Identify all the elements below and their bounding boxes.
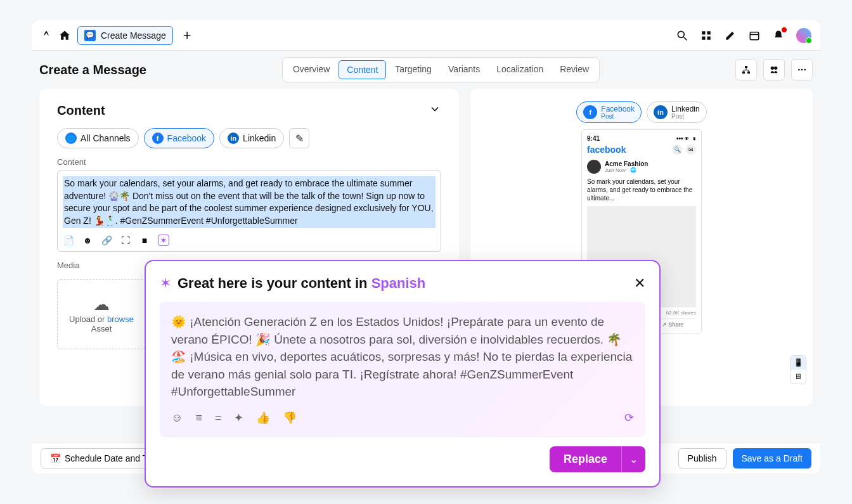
browse-link[interactable]: browse — [107, 314, 134, 324]
facebook-brand: facebook — [587, 145, 626, 155]
desktop-view-button[interactable]: 🖥 — [791, 370, 806, 384]
channel-linkedin-label: Linkedin — [243, 133, 276, 143]
hierarchy-icon[interactable] — [735, 59, 757, 81]
close-icon[interactable]: ✕ — [634, 275, 645, 292]
panel-title: Content — [57, 103, 105, 118]
thumbs-down-icon[interactable]: 👎 — [283, 410, 297, 426]
notifications-icon[interactable] — [772, 29, 785, 42]
linkedin-icon: in — [654, 105, 668, 119]
ai-language: Spanish — [371, 275, 426, 291]
fb-messenger-icon: ✉ — [686, 145, 696, 155]
svg-rect-6 — [750, 32, 759, 39]
preview-tab-linkedin[interactable]: in LinkedinPost — [647, 101, 707, 123]
replace-dropdown-button[interactable]: ⌄ — [621, 446, 645, 472]
channel-linkedin[interactable]: in Linkedin — [219, 128, 284, 148]
channel-all-label: All Channels — [81, 133, 131, 143]
svg-point-18 — [801, 69, 803, 71]
sparkle-icon: ✶ — [160, 275, 171, 292]
sparkle-tool-icon[interactable]: ✦ — [234, 410, 243, 426]
svg-point-17 — [798, 69, 800, 71]
svg-rect-10 — [747, 72, 750, 74]
video-icon[interactable]: ■ — [139, 235, 150, 246]
channel-all[interactable]: 🌐 All Channels — [57, 128, 139, 148]
emoji-tool-icon[interactable]: ☺ — [171, 410, 183, 426]
svg-point-15 — [771, 67, 774, 70]
align-tool-icon[interactable]: ≡ — [195, 410, 202, 426]
svg-line-1 — [684, 37, 687, 40]
phone-statusbar: 9:41••• ᯤ ▮ — [587, 135, 696, 142]
tab-targeting[interactable]: Targeting — [387, 60, 439, 79]
content-editor[interactable]: So mark your calendars, set your alarms,… — [57, 171, 441, 252]
top-bar: 💬 Create Message + — [32, 20, 820, 51]
compose-icon[interactable] — [724, 29, 737, 42]
schedule-button[interactable]: 📅 Schedule Date and Ti — [41, 448, 159, 468]
svg-rect-4 — [702, 36, 705, 39]
publish-button[interactable]: Publish — [678, 448, 726, 468]
svg-rect-3 — [707, 31, 711, 34]
mobile-view-button[interactable]: 📱 — [791, 356, 806, 370]
svg-rect-9 — [742, 72, 745, 74]
post-time: Just Now · 🌐 — [605, 167, 648, 173]
refresh-icon[interactable]: ⟳ — [624, 410, 634, 426]
device-toggle: 📱 🖥 — [790, 355, 806, 384]
svg-point-19 — [804, 69, 806, 71]
preview-tab-facebook[interactable]: f FacebookPost — [576, 101, 642, 123]
search-icon[interactable] — [676, 29, 688, 42]
ai-translation-modal: ✶ Great here is your content in Spanish … — [145, 260, 661, 488]
replace-button[interactable]: Replace — [550, 446, 621, 472]
tab-localization[interactable]: Localization — [489, 60, 551, 79]
home-icon[interactable] — [58, 29, 71, 42]
tab-content[interactable]: Content — [339, 60, 386, 79]
new-tab-button[interactable]: + — [183, 27, 191, 44]
channel-facebook[interactable]: f Facebook — [144, 128, 214, 148]
editor-toolbar: 📄 ☻ 🔗 ⛶ ■ ✶ — [63, 235, 436, 246]
app-logo-icon[interactable] — [41, 30, 52, 41]
channel-selector: 🌐 All Channels f Facebook in Linkedin ✎ — [57, 128, 441, 148]
panel-header: Content — [57, 103, 441, 118]
preview-tabs: f FacebookPost in LinkedinPost — [576, 101, 706, 123]
ai-modal-header: ✶ Great here is your content in Spanish … — [160, 275, 645, 292]
file-icon[interactable]: 📄 — [63, 235, 74, 246]
edit-channels-button[interactable]: ✎ — [289, 128, 309, 148]
more-icon[interactable] — [791, 59, 813, 81]
post-text: So mark your calendars, set your alarms,… — [587, 178, 696, 202]
svg-rect-8 — [745, 66, 747, 68]
tab-review[interactable]: Review — [552, 60, 597, 79]
facebook-icon: f — [583, 105, 597, 119]
svg-point-0 — [678, 31, 684, 37]
user-avatar[interactable] — [796, 28, 811, 43]
calendar-icon[interactable] — [748, 29, 761, 42]
media-dropzone[interactable]: ☁ Upload or browse Asset — [57, 279, 146, 349]
post-header: Acme FashionJust Now · 🌐 — [587, 160, 696, 174]
ai-text: 🌞 ¡Atención Generación Z en los Estados … — [171, 313, 634, 401]
apps-grid-icon[interactable] — [700, 29, 713, 42]
ai-generated-content: 🌞 ¡Atención Generación Z en los Estados … — [160, 302, 645, 437]
fb-search-icon: 🔍 — [672, 145, 682, 155]
open-tab-create-message[interactable]: 💬 Create Message — [77, 26, 173, 45]
linkedin-icon: in — [228, 132, 239, 144]
ai-sparkle-icon[interactable]: ✶ — [158, 235, 169, 246]
globe-icon: 🌐 — [65, 132, 77, 144]
content-text[interactable]: So mark your calendars, set your alarms,… — [63, 176, 436, 228]
svg-point-16 — [774, 67, 777, 70]
thumbs-up-icon[interactable]: 👍 — [256, 410, 270, 426]
share-action: ↗ Share — [662, 321, 684, 328]
ai-modal-title: Great here is your content in Spanish — [178, 275, 425, 292]
equals-tool-icon[interactable]: = — [215, 410, 222, 426]
content-field-label: Content — [57, 157, 441, 167]
top-right-group — [676, 28, 811, 43]
svg-rect-2 — [702, 31, 705, 34]
tab-variants[interactable]: Variants — [441, 60, 487, 79]
svg-rect-5 — [707, 36, 711, 39]
chevron-down-icon[interactable] — [429, 103, 441, 118]
post-avatar — [587, 160, 601, 174]
page-title: Create a Message — [39, 63, 146, 77]
expand-icon[interactable]: ⛶ — [120, 235, 131, 246]
link-icon[interactable]: 🔗 — [101, 235, 112, 246]
save-draft-button[interactable]: Save as a Draft — [733, 448, 812, 468]
tab-overview[interactable]: Overview — [285, 60, 337, 79]
message-icon: 💬 — [84, 30, 96, 41]
emoji-icon[interactable]: ☻ — [82, 235, 93, 246]
ai-tools: ☺ ≡ = ✦ 👍 👎 ⟳ — [171, 410, 634, 426]
approval-icon[interactable] — [763, 59, 785, 81]
